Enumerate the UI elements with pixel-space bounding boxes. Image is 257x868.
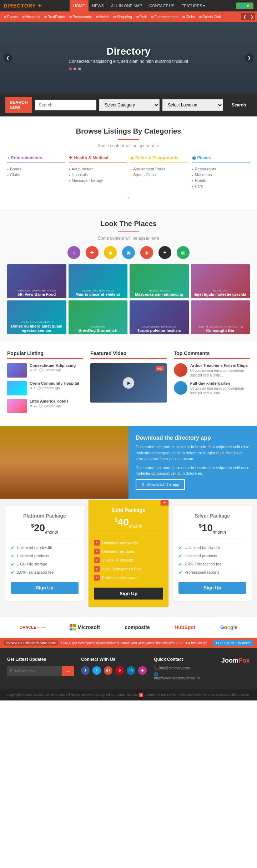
gold-signup-button[interactable]: Sign Up <box>94 587 163 599</box>
feature-list: ✔ Unlimited bandwidth ✔ Unlimited produc… <box>11 544 79 577</box>
cat-sportsclub[interactable]: Sports Club <box>197 15 223 19</box>
location-select[interactable]: Select Location <box>162 99 223 111</box>
download-button[interactable]: ⬇ Download The app <box>136 479 185 490</box>
comment-item: Arthur Treacher's Fish & Chips Ut quis m… <box>174 363 250 378</box>
browse-title: Browse Listings By Categories <box>7 127 250 135</box>
list-item[interactable]: Park <box>192 183 250 189</box>
facebook-link[interactable]: f <box>81 666 90 675</box>
cat-nav-prev[interactable]: ❮ <box>241 13 248 20</box>
filter-cart[interactable]: ◎ <box>177 246 190 259</box>
logo-text: DIRECTORY <box>4 3 36 9</box>
twitter-link[interactable]: t <box>92 666 101 675</box>
platinum-signup-button[interactable]: Sign Up <box>11 582 79 594</box>
search-input[interactable] <box>35 100 96 110</box>
cat-hotels[interactable]: Hotels <box>94 15 111 19</box>
list-item[interactable]: Acupuncture <box>69 166 127 172</box>
list-item[interactable]: Sports Clubs <box>130 172 188 178</box>
place-info: Virginia / Newport News 5th View Bar & F… <box>7 287 66 298</box>
user-button[interactable]: 🌐 ▼ <box>236 3 253 9</box>
category-entertainments: ♪ Entertainments Bands Clubs <box>7 155 65 189</box>
list-item[interactable]: Hospitals <box>69 172 127 178</box>
cat-nav-next[interactable]: ❯ <box>248 13 255 20</box>
comment-text: Ut quis mi non enim condimentum suscipit… <box>190 368 250 378</box>
filter-shop[interactable]: ◈ <box>140 246 153 259</box>
commenter-name: Arthur Treacher's Fish & Chips <box>190 363 250 368</box>
music-icon: ♪ <box>7 155 9 160</box>
email-subscribe-button[interactable]: → <box>62 666 74 676</box>
logo-icon: ✦ <box>37 3 42 9</box>
hero-next-button[interactable]: ❯ <box>245 54 253 62</box>
place-card[interactable]: Missouri Eget ligula molestie gravida <box>191 264 250 298</box>
popular-listing: Popular Listing Consectetuer Adipiscing … <box>7 350 83 417</box>
place-card[interactable]: Indiana / Indianapolis Donec eu libero a… <box>7 300 66 334</box>
list-item[interactable]: Massage Therapy <box>69 178 127 183</box>
hero-content: Directory Consectetur adipiscing elit, s… <box>69 46 188 70</box>
feature-item: ✔ Unlimited bandwidth <box>94 538 163 547</box>
cat-places-list: Restaurants Museums Hotels Park <box>192 166 250 189</box>
linkedin-link[interactable]: in <box>127 666 135 675</box>
hero-dot-2[interactable] <box>74 68 76 70</box>
popular-item[interactable]: Orem Community Hospital ★ 1 🕐 2 weeks ag… <box>7 381 83 395</box>
email-subscribe-input[interactable] <box>7 666 62 676</box>
parks-icon: ◆ <box>130 155 133 160</box>
category-places: ◉ Places Restaurants Museums Hotels Park <box>192 155 250 189</box>
cat-park[interactable]: Park <box>134 15 149 19</box>
filter-music[interactable]: ♪ <box>67 246 80 259</box>
menu-news[interactable]: NEWS <box>89 0 107 11</box>
hero-dot-3[interactable] <box>78 68 81 70</box>
social-icons: f t g+ p in ◈ <box>81 666 147 675</box>
place-card[interactable]: Texas / Plano Maecenas sem adipiscing <box>130 264 189 298</box>
download-banner-content: Download the directory app Duis autem ve… <box>128 426 257 499</box>
filter-grad[interactable]: ✦ <box>158 246 171 259</box>
more-link[interactable]: • <box>7 194 250 202</box>
follow-twitter-button[interactable]: FOLLOW ME ON twitter <box>213 640 253 646</box>
place-card[interactable]: North Carolina / Charlotte Connaught Bar <box>191 300 250 334</box>
time: 🕐 2 weeks ago <box>37 386 60 390</box>
cat-shopping[interactable]: Shopping <box>111 15 134 19</box>
play-button[interactable] <box>123 377 134 389</box>
check-icon: ✔ <box>11 553 15 559</box>
place-card[interactable]: Virginia / Newport News 5th View Bar & F… <box>7 264 66 298</box>
silver-signup-button[interactable]: Sign Up <box>178 582 246 594</box>
filter-pin[interactable]: ◆ <box>104 246 117 259</box>
footer: Get Latest Updates → Connect With Us f t… <box>0 648 257 700</box>
hero-prev-button[interactable]: ❮ <box>4 54 12 62</box>
cat-ent-title: ♪ Entertainments <box>7 155 65 163</box>
list-item[interactable]: Restaurants <box>192 166 250 172</box>
instagram-link[interactable]: ◈ <box>138 666 147 675</box>
top-comments-title: Top Comments <box>174 350 250 359</box>
place-card[interactable]: Texas / Wichita Falls Mauris placerat el… <box>69 264 128 298</box>
cat-restaurants[interactable]: Restaurants <box>67 15 94 19</box>
browse-divider <box>118 139 139 140</box>
cat-places[interactable]: Places <box>2 15 20 19</box>
menu-features[interactable]: FEATURES ▾ <box>178 0 209 11</box>
list-item[interactable]: Hotels <box>192 178 250 183</box>
list-item[interactable]: Bands <box>7 166 65 172</box>
filter-hospital[interactable]: ✚ <box>86 246 99 259</box>
place-card[interactable]: Michigan BrewDog Shoreditch <box>69 300 128 334</box>
filter-location[interactable]: ◉ <box>122 246 135 259</box>
cat-hospitals[interactable]: Hospitals <box>20 15 42 19</box>
cat-clubs[interactable]: Clubs <box>180 15 197 19</box>
pinterest-link[interactable]: p <box>115 666 124 675</box>
cat-realestate[interactable]: RealEstate <box>42 15 67 19</box>
category-select[interactable]: Select Category <box>99 99 160 111</box>
search-button[interactable]: Search <box>226 100 252 110</box>
googleplus-link[interactable]: g+ <box>104 666 112 675</box>
menu-contact[interactable]: CONTACT US <box>146 0 178 11</box>
cat-entertainments[interactable]: Entertainments <box>149 15 180 19</box>
list-item[interactable]: Amusement Parks <box>130 166 188 172</box>
featured-video-player[interactable]: HD <box>90 363 166 403</box>
search-label: SEARCHNOW <box>5 97 32 113</box>
popular-item[interactable]: Little America Hotels ★ 11 🕐 2 weeks ago <box>7 399 83 413</box>
ticker-label: My New RTX this week came from: <box>4 640 58 645</box>
joomfox-logo: JoomFox <box>221 657 250 664</box>
menu-home[interactable]: HOME <box>70 0 89 11</box>
menu-map[interactable]: ALL IN ONE MAP <box>107 0 146 11</box>
hero-dot-1[interactable] <box>69 68 72 70</box>
list-item[interactable]: Museums <box>192 172 250 178</box>
place-card[interactable]: California / Riverside Turpis pulvinar f… <box>130 300 189 334</box>
list-item[interactable]: Clubs <box>7 172 65 178</box>
rating: ★ 1 <box>30 386 35 390</box>
popular-item[interactable]: Consectetuer Adipiscing ★ 12 🕐 3 weeks a… <box>7 363 83 378</box>
